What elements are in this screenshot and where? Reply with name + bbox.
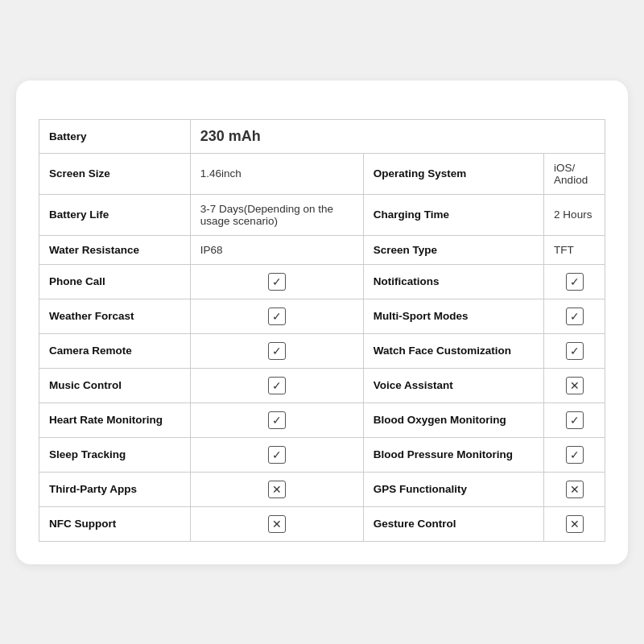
check-yes-icon: ✓ (566, 446, 584, 464)
left-label-3: Water Resistance (39, 235, 191, 264)
left-label-5: Weather Forcast (39, 299, 191, 333)
left-check-10: ✕ (190, 472, 363, 506)
check-yes-icon: ✓ (566, 273, 584, 291)
right-check-8: ✓ (544, 402, 605, 437)
left-label-6: Camera Remote (39, 333, 191, 368)
left-label-4: Phone Call (39, 264, 191, 299)
left-check-9: ✓ (190, 437, 363, 472)
left-label-2: Battery Life (39, 194, 191, 235)
check-no-icon: ✕ (268, 481, 286, 498)
right-check-5: ✓ (544, 299, 605, 333)
right-label-1: Operating System (363, 153, 543, 194)
params-table: Battery 230 mAh Screen Size 1.46inch Ope… (39, 119, 605, 542)
right-label-2: Charging Time (363, 194, 543, 235)
left-value-2: 3-7 Days(Depending on the usage scenario… (190, 194, 363, 235)
battery-value: 230 mAh (190, 119, 605, 153)
right-check-4: ✓ (544, 264, 605, 299)
check-yes-icon: ✓ (566, 411, 584, 429)
check-no-icon: ✕ (566, 481, 584, 498)
left-check-11: ✕ (190, 506, 363, 541)
battery-label: Battery (39, 119, 191, 153)
right-label-3: Screen Type (363, 235, 543, 264)
left-check-4: ✓ (190, 264, 363, 299)
right-value-1: iOS/ Andiod (544, 153, 605, 194)
check-yes-icon: ✓ (268, 273, 286, 291)
check-yes-icon: ✓ (268, 446, 286, 464)
left-label-7: Music Control (39, 368, 191, 402)
main-card: Battery 230 mAh Screen Size 1.46inch Ope… (16, 80, 628, 564)
check-yes-icon: ✓ (268, 342, 286, 360)
check-no-icon: ✕ (566, 515, 584, 533)
check-no-icon: ✕ (566, 377, 584, 394)
right-label-11: Gesture Control (363, 506, 543, 541)
right-check-9: ✓ (544, 437, 605, 472)
left-label-8: Heart Rate Monitoring (39, 402, 191, 437)
check-no-icon: ✕ (268, 515, 286, 533)
right-label-6: Watch Face Customization (363, 333, 543, 368)
left-value-1: 1.46inch (190, 153, 363, 194)
check-yes-icon: ✓ (566, 308, 584, 325)
right-label-4: Notifications (363, 264, 543, 299)
check-yes-icon: ✓ (268, 377, 286, 394)
right-label-7: Voice Assistant (363, 368, 543, 402)
left-value-3: IP68 (190, 235, 363, 264)
check-yes-icon: ✓ (268, 411, 286, 429)
left-check-8: ✓ (190, 402, 363, 437)
right-check-10: ✕ (544, 472, 605, 506)
right-label-9: Blood Pressure Monitoring (363, 437, 543, 472)
right-check-6: ✓ (544, 333, 605, 368)
left-label-10: Third-Party Apps (39, 472, 191, 506)
left-check-5: ✓ (190, 299, 363, 333)
right-value-3: TFT (544, 235, 605, 264)
left-check-6: ✓ (190, 333, 363, 368)
right-check-11: ✕ (544, 506, 605, 541)
right-check-7: ✕ (544, 368, 605, 402)
right-label-5: Multi-Sport Modes (363, 299, 543, 333)
right-label-8: Blood Oxygen Monitoring (363, 402, 543, 437)
right-value-2: 2 Hours (544, 194, 605, 235)
check-yes-icon: ✓ (268, 308, 286, 325)
right-label-10: GPS Functionality (363, 472, 543, 506)
left-label-9: Sleep Tracking (39, 437, 191, 472)
check-yes-icon: ✓ (566, 342, 584, 360)
left-check-7: ✓ (190, 368, 363, 402)
left-label-1: Screen Size (39, 153, 191, 194)
left-label-11: NFC Support (39, 506, 191, 541)
